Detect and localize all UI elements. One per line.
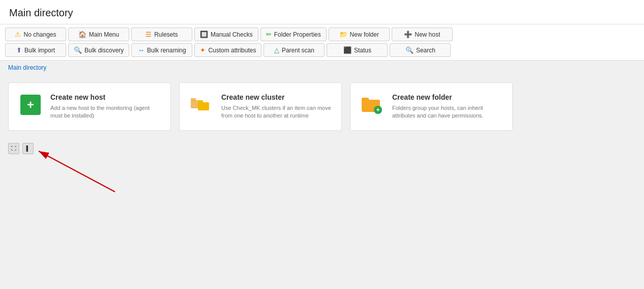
custom-attributes-label: Custom attributes <box>208 47 256 54</box>
toolbar-btn-status[interactable]: ⬛Status <box>327 43 388 57</box>
manual-checks-label: Manual Checks <box>211 31 253 38</box>
toolbar-btn-bulk-import[interactable]: ⬆Bulk import <box>5 43 66 57</box>
toolbar-btn-bulk-discovery[interactable]: 🔍Bulk discovery <box>68 43 129 57</box>
toolbar-btn-rulesets[interactable]: ☰Rulesets <box>131 27 192 41</box>
rulesets-label: Rulesets <box>154 31 178 38</box>
bulk-renaming-icon: ↔ <box>138 46 144 54</box>
toolbar-row-2: ⬆Bulk import🔍Bulk discovery↔Bulk renamin… <box>5 43 639 57</box>
toolbar-btn-search[interactable]: 🔍Search <box>390 43 451 57</box>
toolbar-btn-folder-properties[interactable]: ✏Folder Properties <box>260 27 327 41</box>
card-create-new-cluster-text: Create new clusterUse Check_MK clusters … <box>221 93 331 120</box>
svg-line-9 <box>39 151 115 192</box>
status-label: Status <box>354 47 371 54</box>
card-create-new-cluster[interactable]: Create new clusterUse Check_MK clusters … <box>179 82 342 131</box>
card-create-new-folder-description: Folders group your hosts, can inherit at… <box>392 104 502 120</box>
svg-rect-3 <box>198 100 203 103</box>
rulesets-icon: ☰ <box>145 31 152 38</box>
toolbar-btn-new-host[interactable]: ➕New host <box>392 27 453 41</box>
parent-scan-icon: △ <box>274 46 279 54</box>
new-folder-icon: 📁 <box>339 31 347 38</box>
toolbar: ⚠No changes🏠Main Menu☰Rulesets🔲Manual Ch… <box>0 24 644 61</box>
search-icon: 🔍 <box>405 46 414 54</box>
toolbar-btn-custom-attributes[interactable]: ✦Custom attributes <box>194 43 261 57</box>
no-changes-icon: ⚠ <box>15 31 21 38</box>
toolbar-row-1: ⚠No changes🏠Main Menu☰Rulesets🔲Manual Ch… <box>5 27 639 41</box>
new-host-icon: ➕ <box>404 31 412 38</box>
toolbar-btn-bulk-renaming[interactable]: ↔Bulk renaming <box>131 43 192 57</box>
toolbar-btn-new-folder[interactable]: 📁New folder <box>329 27 390 41</box>
main-menu-icon: 🏠 <box>78 31 86 38</box>
main-menu-label: Main Menu <box>89 31 119 38</box>
breadcrumb-link[interactable]: Main directory <box>8 64 46 71</box>
new-host-label: New host <box>415 31 440 38</box>
cards-row: +Create new hostAdd a new host to the mo… <box>8 82 636 131</box>
annotation-arrow <box>8 141 186 202</box>
card-create-new-folder-text: Create new folderFolders group your host… <box>392 93 502 120</box>
bulk-import-label: Bulk import <box>24 47 55 54</box>
card-create-new-cluster-icon <box>190 93 213 117</box>
manual-checks-icon: 🔲 <box>200 31 208 38</box>
svg-rect-2 <box>198 102 209 110</box>
svg-rect-5 <box>362 98 369 101</box>
card-create-new-cluster-description: Use Check_MK clusters if an item can mov… <box>221 104 331 120</box>
breadcrumb-bar: Main directory <box>0 61 644 74</box>
no-changes-label: No changes <box>23 31 56 38</box>
card-create-new-host-icon: + <box>19 93 42 117</box>
status-icon: ⬛ <box>343 46 352 54</box>
page-header: Main directory <box>0 0 644 24</box>
search-label: Search <box>416 47 435 54</box>
new-folder-label: New folder <box>350 31 379 38</box>
annotation-area: ⛶ ▌ <box>8 141 636 202</box>
svg-text:+: + <box>376 106 379 113</box>
card-create-new-host-title: Create new host <box>50 93 160 101</box>
parent-scan-label: Parent scan <box>282 47 314 54</box>
page-title: Main directory <box>9 7 635 19</box>
bulk-discovery-label: Bulk discovery <box>84 47 124 54</box>
card-create-new-folder-title: Create new folder <box>392 93 502 101</box>
toolbar-btn-parent-scan[interactable]: △Parent scan <box>264 43 325 57</box>
card-create-new-cluster-title: Create new cluster <box>221 93 331 101</box>
new-host-icon: + <box>20 95 41 115</box>
bulk-renaming-label: Bulk renaming <box>147 47 186 54</box>
card-create-new-host[interactable]: +Create new hostAdd a new host to the mo… <box>8 82 171 131</box>
bulk-discovery-icon: 🔍 <box>74 46 82 54</box>
cluster-icon <box>190 93 213 117</box>
new-folder-icon: + <box>361 93 384 118</box>
card-create-new-host-description: Add a new host to the monitoring (agent … <box>50 104 160 120</box>
folder-properties-label: Folder Properties <box>274 31 321 38</box>
card-create-new-folder-icon: + <box>361 93 384 117</box>
card-create-new-host-text: Create new hostAdd a new host to the mon… <box>50 93 160 120</box>
svg-rect-1 <box>191 98 196 101</box>
folder-properties-icon: ✏ <box>266 31 272 38</box>
content-area: +Create new hostAdd a new host to the mo… <box>0 74 644 210</box>
toolbar-btn-no-changes[interactable]: ⚠No changes <box>5 27 66 41</box>
toolbar-btn-manual-checks[interactable]: 🔲Manual Checks <box>194 27 258 41</box>
bulk-import-icon: ⬆ <box>16 46 22 54</box>
toolbar-btn-main-menu[interactable]: 🏠Main Menu <box>68 27 129 41</box>
custom-attributes-icon: ✦ <box>200 46 206 54</box>
card-create-new-folder[interactable]: + Create new folderFolders group your ho… <box>350 82 513 131</box>
